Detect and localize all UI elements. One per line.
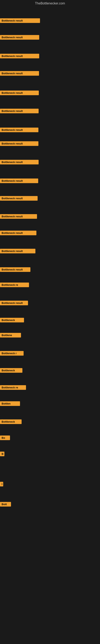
bottleneck-item-4[interactable]: Bottleneck result xyxy=(0,71,39,76)
bottleneck-item-26[interactable]: B xyxy=(0,452,4,456)
bottleneck-item-14[interactable]: Bottleneck result xyxy=(0,249,35,253)
bottleneck-item-17[interactable]: Bottleneck result xyxy=(0,301,28,305)
bottleneck-item-13[interactable]: Bottleneck result xyxy=(0,231,36,235)
bottleneck-item-21[interactable]: Bottleneck xyxy=(0,368,22,373)
bottleneck-item-12[interactable]: Bottleneck result xyxy=(0,214,37,219)
bottleneck-item-24[interactable]: Bottleneck xyxy=(0,420,22,424)
bottleneck-item-6[interactable]: Bottleneck result xyxy=(0,109,39,113)
bottleneck-item-15[interactable]: Bottleneck result xyxy=(0,267,30,272)
bottleneck-item-10[interactable]: Bottleneck result xyxy=(0,178,38,183)
bottleneck-item-5[interactable]: Bottleneck result xyxy=(0,90,39,95)
bottleneck-item-22[interactable]: Bottleneck re xyxy=(0,385,26,390)
bottleneck-item-16[interactable]: Bottleneck re xyxy=(0,282,29,287)
bottleneck-item-20[interactable]: Bottleneck r xyxy=(0,351,24,356)
bottleneck-item-23[interactable]: Bottlen xyxy=(0,401,20,406)
site-title: TheBottlenecker.com xyxy=(0,0,100,7)
bottleneck-item-11[interactable]: Bottleneck result xyxy=(0,196,38,201)
bottleneck-item-2[interactable]: Bottleneck result xyxy=(0,35,39,40)
bottleneck-item-28[interactable]: Bott xyxy=(0,502,11,506)
bottleneck-item-1[interactable]: Bottleneck result xyxy=(0,18,40,23)
bottleneck-item-19[interactable]: Bottlene xyxy=(0,333,21,338)
bottleneck-item-8[interactable]: Bottleneck result xyxy=(0,141,38,146)
bottleneck-item-25[interactable]: Bo xyxy=(0,436,10,440)
bottleneck-item-3[interactable]: Bottleneck result xyxy=(0,54,39,58)
bottleneck-item-27[interactable]: I xyxy=(0,482,3,486)
bottleneck-item-18[interactable]: Bottleneck xyxy=(0,318,24,322)
bottleneck-item-9[interactable]: Bottleneck result xyxy=(0,160,39,164)
bottleneck-item-7[interactable]: Bottleneck result xyxy=(0,128,38,132)
